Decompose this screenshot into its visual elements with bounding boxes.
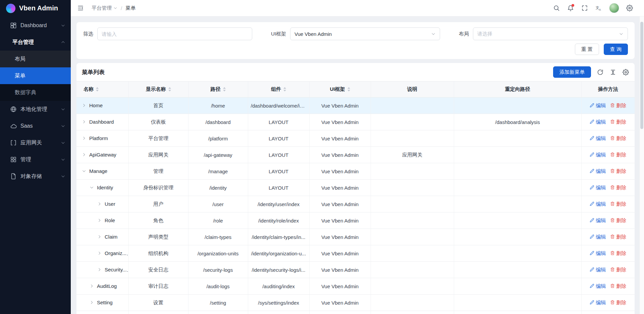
expand-toggle-icon[interactable] <box>82 120 86 124</box>
expand-toggle-icon[interactable] <box>97 218 102 223</box>
trash-icon <box>610 103 615 109</box>
chevron-down-icon <box>61 23 65 28</box>
edit-button[interactable]: 编辑 <box>590 267 606 273</box>
sidebar-subitem-data-dictionary[interactable]: 数据字典 <box>0 84 71 101</box>
table-row-apigateway[interactable]: ApiGateway应用网关/api-gatewayLAYOUTVue Vben… <box>76 147 635 163</box>
sidebar-item-platform-management[interactable]: 平台管理 <box>0 34 71 51</box>
logo[interactable]: Vben Admin <box>0 0 71 16</box>
sort-icon[interactable] <box>223 87 226 91</box>
expand-toggle-icon[interactable] <box>90 284 94 288</box>
refresh-icon[interactable] <box>596 68 604 76</box>
sidebar-item-api-gateway[interactable]: 应用网关 <box>0 134 71 151</box>
sidebar-item-localization[interactable]: 本地化管理 <box>0 101 71 118</box>
breadcrumb-item-platform[interactable]: 平台管理 <box>92 5 117 11</box>
table-row-dashboard[interactable]: Dashboard仪表板/dashboardLAYOUTVue Vben Adm… <box>76 114 635 130</box>
edit-button[interactable]: 编辑 <box>590 135 606 142</box>
delete-button[interactable]: 删除 <box>610 135 626 142</box>
column-header-ui-framework[interactable]: UI框架 <box>309 81 371 98</box>
edit-button[interactable]: 编辑 <box>590 152 606 158</box>
delete-button[interactable]: 删除 <box>610 267 626 273</box>
ui-framework-select[interactable]: Vue Vben Admin <box>290 27 440 40</box>
column-header-path[interactable]: 路径 <box>188 81 248 98</box>
add-menu-button[interactable]: 添加新菜单 <box>553 66 591 78</box>
fullscreen-icon[interactable] <box>579 2 590 14</box>
expand-toggle-icon[interactable] <box>82 103 86 108</box>
delete-button[interactable]: 删除 <box>610 300 626 306</box>
delete-button[interactable]: 删除 <box>610 217 626 224</box>
delete-button[interactable]: 删除 <box>610 103 626 109</box>
sidebar-item-manage[interactable]: 管理 <box>0 151 71 168</box>
table-row-claim[interactable]: Claim声明类型/claim-types/identity/claim-typ… <box>76 229 635 245</box>
scrollbar-thumb[interactable] <box>640 22 643 129</box>
edit-button[interactable]: 编辑 <box>590 119 606 125</box>
edit-button[interactable]: 编辑 <box>590 300 606 306</box>
table-row-security-logs[interactable]: Security...安全日志/security-logs/identity/s… <box>76 262 635 278</box>
table-row-user[interactable]: User用户/user/identity/user/indexVue Vben … <box>76 196 635 212</box>
chevron-down-icon <box>61 124 65 128</box>
chevron-down-icon <box>619 32 624 36</box>
table-row-auditlog[interactable]: AuditLog审计日志/audit-logs/auditing/indexVu… <box>76 278 635 295</box>
sidebar-item-object-storage[interactable]: 对象存储 <box>0 168 71 185</box>
edit-button[interactable]: 编辑 <box>590 283 606 290</box>
expand-toggle-icon[interactable] <box>82 152 86 157</box>
sidebar-item-dashboard[interactable]: Dashboard <box>0 17 71 34</box>
delete-button[interactable]: 删除 <box>610 234 626 240</box>
expand-toggle-icon[interactable] <box>97 251 102 255</box>
avatar[interactable] <box>609 3 619 13</box>
expand-toggle-icon[interactable] <box>97 202 102 206</box>
sort-icon[interactable] <box>168 87 171 91</box>
edit-button[interactable]: 编辑 <box>590 201 606 207</box>
expand-toggle-icon[interactable] <box>97 235 102 239</box>
row-height-icon[interactable] <box>609 68 616 76</box>
column-header-display-name[interactable]: 显示名称 <box>128 81 188 98</box>
filter-keyword-input[interactable] <box>97 27 252 40</box>
settings-gear-icon[interactable] <box>624 2 635 14</box>
column-header-name[interactable]: 名称 <box>76 81 128 98</box>
delete-button[interactable]: 删除 <box>610 168 626 175</box>
table-row-role[interactable]: Role角色/role/identity/role/indexVue Vben … <box>76 212 635 229</box>
dashboard-icon <box>10 22 17 29</box>
query-button[interactable]: 查 询 <box>604 44 628 55</box>
sidebar-subitem-layout[interactable]: 布局 <box>0 51 71 67</box>
table-row-identity[interactable]: Identity身份标识管理/identityLAYOUTVue Vben Ad… <box>76 180 635 196</box>
expand-toggle-icon[interactable] <box>90 185 94 190</box>
delete-button[interactable]: 删除 <box>610 119 626 125</box>
edit-button[interactable]: 编辑 <box>590 234 606 240</box>
table-row-organization-units[interactable]: Organiz...组织机构/organization-units/identi… <box>76 245 635 262</box>
table-row-platform[interactable]: Platform平台管理/platformLAYOUTVue Vben Admi… <box>76 130 635 147</box>
edit-button[interactable]: 编辑 <box>590 217 606 224</box>
sort-icon[interactable] <box>347 87 350 91</box>
delete-button[interactable]: 删除 <box>610 201 626 207</box>
edit-button[interactable]: 编辑 <box>590 168 606 175</box>
column-header-component[interactable]: 组件 <box>248 81 309 98</box>
layout-select[interactable]: 请选择 <box>473 27 628 40</box>
delete-button[interactable]: 删除 <box>610 185 626 191</box>
menu-fold-icon[interactable] <box>75 2 86 14</box>
expand-toggle-icon[interactable] <box>82 136 86 140</box>
row-name: Identity <box>97 185 113 190</box>
edit-button[interactable]: 编辑 <box>590 185 606 191</box>
translate-icon[interactable]: 文A <box>593 2 604 14</box>
expand-toggle-icon[interactable] <box>97 267 102 272</box>
vertical-scrollbar[interactable] <box>639 16 644 314</box>
table-row-home[interactable]: Home首页/home/dashboard/welcome/in...Vue V… <box>76 98 635 114</box>
sort-icon[interactable] <box>96 87 99 91</box>
table-settings-icon[interactable] <box>622 68 629 76</box>
edit-button[interactable]: 编辑 <box>590 250 606 257</box>
search-icon[interactable] <box>551 2 562 14</box>
delete-button[interactable]: 删除 <box>610 283 626 290</box>
expand-toggle-icon[interactable] <box>82 169 86 173</box>
sort-icon[interactable] <box>283 87 286 91</box>
delete-button[interactable]: 删除 <box>610 250 626 257</box>
edit-button[interactable]: 编辑 <box>590 103 606 109</box>
row-component: LAYOUT <box>248 130 309 147</box>
delete-button[interactable]: 删除 <box>610 152 626 158</box>
table-row-setting[interactable]: Setting设置/setting/sys/settings/indexVue … <box>76 295 635 311</box>
notification-bell-icon[interactable] <box>565 2 576 14</box>
reset-button[interactable]: 重 置 <box>575 44 599 55</box>
row-description <box>371 229 454 245</box>
sidebar-item-saas[interactable]: Saas <box>0 118 71 134</box>
sidebar-subitem-menu[interactable]: 菜单 <box>0 67 71 84</box>
table-row-manage[interactable]: Manage管理/manageLAYOUTVue Vben Admin编辑删除 <box>76 163 635 180</box>
expand-toggle-icon[interactable] <box>90 300 94 305</box>
